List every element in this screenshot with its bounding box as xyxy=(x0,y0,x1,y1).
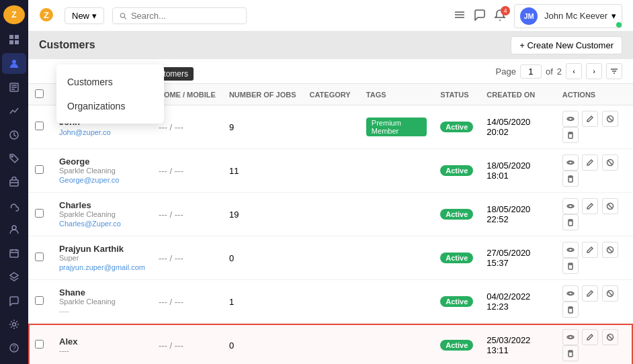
view-button[interactable] xyxy=(562,285,579,302)
customer-email[interactable]: Charles@Zuper.co xyxy=(59,220,121,228)
disable-button[interactable] xyxy=(602,242,618,258)
sidebar-item-grid[interactable] xyxy=(2,30,26,50)
view-button[interactable] xyxy=(562,242,579,258)
disable-button[interactable] xyxy=(602,111,618,127)
disable-button[interactable] xyxy=(602,285,618,302)
view-button[interactable] xyxy=(562,111,579,127)
sidebar-item-clock[interactable] xyxy=(2,124,26,145)
select-all-checkbox[interactable] xyxy=(35,89,44,98)
sidebar-item-person[interactable] xyxy=(2,219,26,240)
customer-org: ---- xyxy=(59,347,145,355)
svg-rect-2 xyxy=(9,35,13,39)
customer-org: Super xyxy=(59,254,145,262)
svg-line-27 xyxy=(124,17,126,19)
sidebar-item-box[interactable] xyxy=(2,172,26,193)
new-dropdown-icon: ▾ xyxy=(92,11,97,21)
row-checkbox[interactable] xyxy=(35,296,44,305)
page-number-input[interactable] xyxy=(520,64,542,79)
prev-page-button[interactable]: ‹ xyxy=(566,63,582,79)
svg-line-53 xyxy=(608,291,612,295)
list-view-icon[interactable] xyxy=(454,9,466,24)
disable-button[interactable] xyxy=(602,154,618,171)
created-date: 18/05/2020 22:52 xyxy=(487,204,530,224)
disable-button[interactable] xyxy=(602,198,618,214)
next-page-button[interactable]: › xyxy=(586,63,602,79)
created-date: 25/03/2022 13:11 xyxy=(487,335,530,355)
create-customer-button[interactable]: + Create New Customer xyxy=(511,36,622,54)
customer-name: Alex xyxy=(59,336,145,347)
customer-org: Sparkle Cleaning xyxy=(59,298,145,306)
row-checkbox[interactable] xyxy=(35,209,44,218)
filter-button[interactable] xyxy=(606,63,622,79)
topnav-logo: Z xyxy=(39,7,54,25)
row-checkbox[interactable] xyxy=(35,122,44,130)
created-date: 27/05/2020 15:37 xyxy=(487,248,530,268)
sidebar-item-cloud[interactable] xyxy=(2,195,26,216)
mobile-value: --- / --- xyxy=(159,122,183,132)
svg-line-49 xyxy=(608,248,612,252)
svg-text:Z: Z xyxy=(44,10,49,20)
delete-button[interactable] xyxy=(562,171,579,187)
svg-rect-50 xyxy=(568,265,573,269)
delete-button[interactable] xyxy=(562,302,579,318)
delete-button[interactable] xyxy=(562,258,579,274)
app-logo[interactable]: Z xyxy=(3,5,25,24)
jobs-count: 1 xyxy=(229,297,234,307)
delete-button[interactable] xyxy=(562,345,579,361)
jobs-count: 19 xyxy=(229,210,239,220)
row-checkbox[interactable] xyxy=(35,165,44,174)
online-indicator xyxy=(616,22,622,28)
col-category: CATEGORY xyxy=(303,84,360,105)
mobile-value: --- / --- xyxy=(159,340,183,351)
user-dropdown-icon: ▾ xyxy=(611,11,616,21)
sidebar-item-calendar[interactable] xyxy=(2,243,26,264)
notification-bell[interactable]: 4 xyxy=(494,9,506,24)
customer-email[interactable]: George@zuper.co xyxy=(59,176,119,184)
mobile-value: --- / --- xyxy=(159,253,183,263)
edit-button[interactable] xyxy=(582,154,598,171)
view-button[interactable] xyxy=(562,198,579,214)
svg-line-57 xyxy=(608,335,612,339)
new-button[interactable]: New ▾ xyxy=(65,7,104,24)
edit-button[interactable] xyxy=(582,198,598,214)
svg-point-21 xyxy=(13,323,16,326)
customer-name: Charles xyxy=(59,200,145,210)
customer-email[interactable]: prajyun.zuper@gmail.com xyxy=(59,263,145,271)
delete-button[interactable] xyxy=(562,127,579,143)
sidebar-item-chart[interactable] xyxy=(2,101,26,122)
notification-badge: 4 xyxy=(501,6,510,15)
user-name: John Mc Keever xyxy=(544,11,607,21)
jobs-count: 0 xyxy=(229,253,234,263)
customers-table-container: NAME HOME / MOBILE NUMBER OF JOBS CATEGO… xyxy=(28,84,633,364)
sidebar-item-tag[interactable] xyxy=(2,148,26,169)
view-button[interactable] xyxy=(562,154,579,171)
edit-button[interactable] xyxy=(582,285,598,302)
customer-name: Shane xyxy=(59,287,145,298)
customer-email[interactable]: John@zuper.co xyxy=(59,128,111,136)
table-row: Alex------- / ---0Active25/03/2022 13:11 xyxy=(28,324,633,365)
dropdown-item-customers[interactable]: Customers xyxy=(56,70,164,94)
sidebar-item-layers[interactable] xyxy=(2,267,26,287)
sidebar-item-help[interactable]: ? xyxy=(2,338,26,359)
app-container: Z xyxy=(0,0,633,364)
sidebar-item-notes[interactable] xyxy=(2,77,26,97)
svg-line-45 xyxy=(608,204,612,208)
edit-button[interactable] xyxy=(582,111,598,127)
user-menu[interactable]: JM John Mc Keever ▾ xyxy=(514,4,622,28)
sidebar-item-chat[interactable] xyxy=(2,290,26,311)
search-input[interactable] xyxy=(131,11,239,21)
col-actions: ACTIONS xyxy=(556,84,633,105)
sidebar-item-customers[interactable] xyxy=(2,53,26,74)
view-button[interactable] xyxy=(562,329,579,345)
disable-button[interactable] xyxy=(602,329,618,345)
svg-rect-58 xyxy=(568,352,573,357)
sidebar-item-settings[interactable] xyxy=(2,314,26,334)
svg-marker-20 xyxy=(10,273,18,278)
dropdown-item-organizations[interactable]: Organizations xyxy=(56,94,164,118)
delete-button[interactable] xyxy=(562,214,579,230)
chat-icon[interactable] xyxy=(474,9,486,24)
row-checkbox[interactable] xyxy=(35,340,44,349)
edit-button[interactable] xyxy=(582,242,598,258)
row-checkbox[interactable] xyxy=(35,253,44,261)
edit-button[interactable] xyxy=(582,329,598,345)
